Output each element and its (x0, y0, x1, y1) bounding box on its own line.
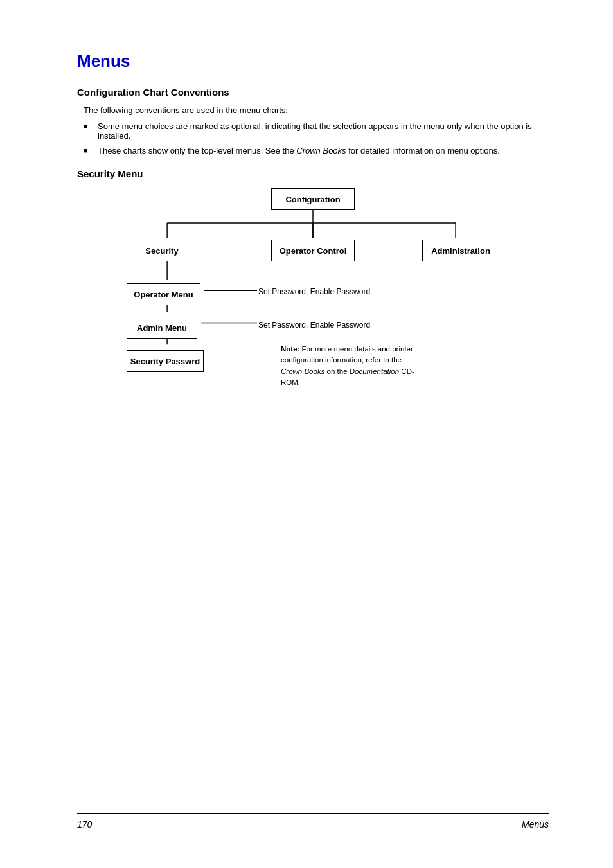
security-passwrd-box: Security Passwrd (127, 350, 204, 372)
note-italic1: Crown Books (281, 368, 324, 375)
page-title: Menus (77, 51, 549, 71)
footer-title: Menus (522, 819, 549, 829)
operator-menu-text: Set Password, Enable Password (258, 287, 370, 296)
admin-menu-text: Set Password, Enable Password (258, 321, 370, 330)
bullet-item-1: Some menu choices are marked as optional… (84, 121, 549, 141)
admin-menu-label: Admin Menu (137, 323, 187, 333)
admin-menu-box: Admin Menu (127, 317, 197, 339)
note-italic2: Documentation (350, 368, 399, 375)
security-menu-title: Security Menu (77, 168, 549, 179)
operator-menu-label: Operator Menu (134, 290, 193, 299)
administration-label: Administration (431, 246, 490, 256)
chart-lines (114, 188, 512, 368)
conventions-title: Configuration Chart Conventions (77, 87, 549, 98)
conventions-intro: The following conventions are used in th… (84, 105, 549, 115)
footer-page-number: 170 (77, 819, 92, 829)
security-label: Security (145, 246, 178, 256)
menu-chart: Configuration Security Operator Control … (114, 188, 512, 368)
conventions-section: Configuration Chart Conventions The foll… (77, 87, 549, 155)
bullet-2-prefix: These charts show only the top-level men… (98, 146, 296, 155)
chart-note: Note: For more menu details and printer … (281, 344, 422, 388)
bullet-1-text: Some menu choices are marked as optional… (98, 121, 532, 141)
note-text: For more menu details and printer config… (281, 345, 413, 364)
operator-menu-box: Operator Menu (127, 283, 200, 305)
security-menu-section: Security Menu (77, 168, 549, 368)
administration-box: Administration (422, 240, 499, 261)
note-middle: on the (324, 368, 349, 375)
bullet-2-italic: Crown Books (296, 146, 346, 155)
page-footer: 170 Menus (77, 813, 549, 829)
operator-control-label: Operator Control (280, 246, 347, 256)
conventions-list: Some menu choices are marked as optional… (84, 121, 549, 155)
config-label: Configuration (285, 195, 340, 204)
security-passwrd-label: Security Passwrd (130, 357, 200, 366)
bullet-2-suffix: for detailed information on menu options… (346, 146, 500, 155)
operator-control-box: Operator Control (271, 240, 355, 261)
bullet-item-2: These charts show only the top-level men… (84, 146, 549, 155)
config-box: Configuration (271, 188, 355, 210)
security-box: Security (127, 240, 197, 261)
note-prefix: Note: (281, 345, 299, 353)
